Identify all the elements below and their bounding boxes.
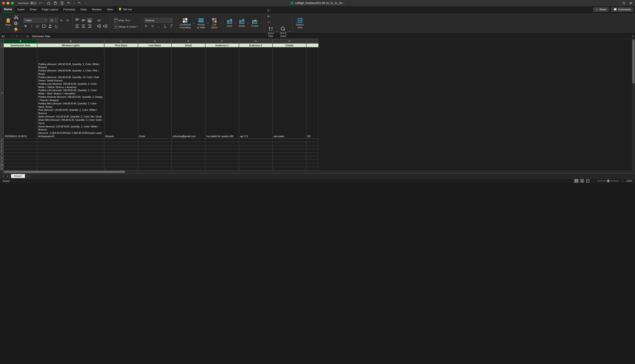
cell-d1[interactable]: Last Name — [138, 43, 172, 47]
cell-empty[interactable] — [306, 149, 319, 152]
cell-f1[interactable]: Endereço 1 — [205, 43, 239, 47]
chevron-down-icon[interactable]: ▾ — [277, 31, 277, 33]
orientation-icon[interactable]: ab▾ — [97, 18, 102, 23]
fx-icon[interactable]: fx — [25, 35, 31, 38]
cell-empty[interactable] — [273, 146, 306, 149]
font-color-icon[interactable]: A▾ — [54, 24, 59, 28]
decrease-font-icon[interactable]: A▾ — [65, 18, 70, 23]
cell-empty[interactable] — [239, 156, 273, 160]
vertical-scrollbar[interactable] — [632, 39, 635, 174]
formula-input[interactable]: Submission Date — [31, 35, 630, 38]
normal-view-icon[interactable] — [574, 179, 579, 183]
cell-overflow-1[interactable] — [306, 43, 319, 47]
feedback-icon[interactable] — [629, 1, 633, 5]
cell-empty[interactable] — [306, 156, 319, 160]
cell-empty[interactable] — [306, 152, 319, 156]
cell-f2[interactable]: rua isabel de castela 450 — [205, 47, 239, 138]
print-icon[interactable] — [60, 1, 64, 5]
cell-d2[interactable]: Civita — [138, 47, 172, 138]
cell-empty[interactable] — [104, 142, 138, 146]
cell-empty[interactable] — [205, 146, 239, 149]
cell-empty[interactable] — [239, 146, 273, 149]
merge-center-button[interactable]: ⇔ Merge & Center ▾ — [113, 24, 139, 29]
increase-decimal-icon[interactable]: .0.00 — [162, 24, 167, 28]
cell-empty[interactable] — [205, 149, 239, 152]
tab-tell-me[interactable]: 💡 Tell me — [116, 6, 134, 12]
cell-empty[interactable] — [239, 163, 273, 167]
cell-g1[interactable]: Endereço 2 — [239, 43, 273, 47]
chevron-down-icon[interactable]: ▾ — [130, 20, 131, 22]
fill-color-icon[interactable]: ▾ — [48, 24, 53, 28]
page-layout-view-icon[interactable] — [579, 179, 585, 183]
cell-empty[interactable] — [172, 160, 205, 163]
cell-empty[interactable] — [205, 167, 239, 170]
cell-empty[interactable] — [172, 156, 205, 160]
align-bottom-icon[interactable] — [87, 18, 92, 23]
row-header-4[interactable]: 4 — [0, 142, 4, 146]
redo-icon[interactable] — [78, 1, 81, 5]
row-header-7[interactable]: 7 — [0, 152, 4, 156]
minimize-window-icon[interactable] — [7, 2, 9, 4]
cell-empty[interactable] — [4, 160, 37, 163]
more-icon[interactable]: ⋯ — [84, 1, 88, 5]
cell-empty[interactable] — [37, 146, 104, 149]
close-window-icon[interactable] — [2, 2, 5, 4]
cell-empty[interactable] — [306, 167, 319, 170]
col-header-g[interactable]: G — [239, 39, 273, 43]
cell-empty[interactable] — [205, 152, 239, 156]
number-format-select[interactable]: General▾ — [144, 18, 173, 23]
undo-icon[interactable] — [67, 1, 70, 5]
document-title[interactable]: zafflight_Pedidos2022-06-16_21_21_20 ▾ — [291, 2, 344, 5]
bold-button[interactable]: B — [23, 24, 28, 28]
sheet-tab-sheet1[interactable]: Sheet1 — [11, 174, 25, 178]
cell-empty[interactable] — [37, 138, 104, 142]
cell-empty[interactable] — [138, 142, 172, 146]
cell-empty[interactable] — [273, 152, 306, 156]
cell-empty[interactable] — [138, 152, 172, 156]
home-icon[interactable] — [47, 1, 51, 5]
cell-empty[interactable] — [172, 138, 205, 142]
row-header-1[interactable]: 1 — [0, 43, 4, 47]
currency-icon[interactable]: $▾ — [144, 24, 149, 28]
search-icon[interactable] — [622, 1, 626, 5]
cell-empty[interactable] — [37, 142, 104, 146]
cell-empty[interactable] — [4, 146, 37, 149]
row-header-10[interactable]: 10 — [0, 163, 4, 167]
comma-icon[interactable]: , — [156, 24, 161, 28]
cell-empty[interactable] — [306, 142, 319, 146]
sheet-prev-icon[interactable]: ◀ — [1, 175, 5, 177]
increase-font-icon[interactable]: A▴ — [59, 18, 64, 23]
cell-empty[interactable] — [4, 167, 37, 170]
analyze-data-button[interactable]: Analyze Data — [295, 17, 305, 30]
comments-button[interactable]: 💬 Comments — [611, 7, 634, 12]
cell-empty[interactable] — [104, 138, 138, 142]
zoom-level[interactable]: 100% — [626, 180, 632, 182]
clear-icon[interactable]: ◇▾ — [266, 20, 271, 24]
chevron-down-icon[interactable]: ▾ — [220, 22, 221, 24]
insert-cells-button[interactable]: Insert — [226, 18, 234, 28]
cell-empty[interactable] — [273, 156, 306, 160]
italic-button[interactable]: I — [30, 24, 34, 28]
cell-empty[interactable] — [138, 160, 172, 163]
cell-empty[interactable] — [4, 149, 37, 152]
row-header-11[interactable]: 11 — [0, 167, 4, 170]
cell-empty[interactable] — [172, 149, 205, 152]
share-button[interactable]: ⇪ Share — [593, 7, 609, 12]
cell-empty[interactable] — [306, 138, 319, 142]
horizontal-scrollbar[interactable] — [0, 170, 635, 174]
decrease-indent-icon[interactable] — [97, 24, 102, 28]
col-header-e[interactable]: E — [172, 39, 205, 43]
v-scroll-thumb[interactable] — [632, 39, 634, 84]
cell-e2[interactable]: rickcivita@gmail.com — [172, 47, 205, 138]
cell-empty[interactable] — [4, 138, 37, 142]
cell-empty[interactable] — [37, 156, 104, 160]
cell-empty[interactable] — [239, 149, 273, 152]
cancel-icon[interactable]: ✕ — [16, 35, 18, 38]
col-header-a[interactable]: A — [4, 39, 37, 43]
cell-empty[interactable] — [172, 163, 205, 167]
font-name-select[interactable]: Calibri▾ — [23, 18, 48, 23]
cell-empty[interactable] — [273, 138, 306, 142]
cut-icon[interactable] — [14, 14, 19, 20]
name-box-spinner[interactable]: ▴▾ — [11, 35, 12, 38]
cell-empty[interactable] — [306, 163, 319, 167]
